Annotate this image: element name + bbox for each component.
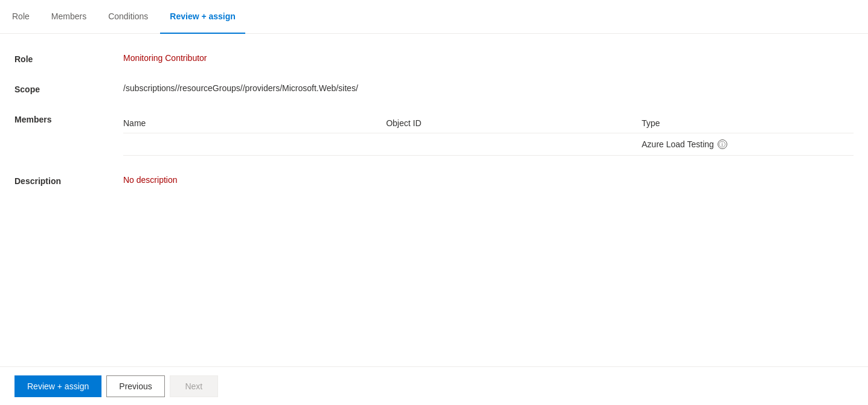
members-section: Members Name Object ID Type xyxy=(14,113,854,156)
previous-button[interactable]: Previous xyxy=(106,375,164,397)
description-label: Description xyxy=(14,175,123,186)
table-row: Azure Load Testing ⓘ xyxy=(123,133,854,156)
scope-part-2: /resourceGroups/ xyxy=(177,83,242,93)
tab-navigation: Role Members Conditions Review + assign xyxy=(0,0,868,34)
member-type: Azure Load Testing ⓘ xyxy=(634,133,854,156)
members-label: Members xyxy=(14,113,123,124)
role-label: Role xyxy=(14,53,123,64)
role-value: Monitoring Contributor xyxy=(123,53,207,63)
review-assign-button-label: Review + assign xyxy=(27,381,89,391)
col-header-type: Type xyxy=(634,113,854,133)
scope-paths: /subscriptions/ /resourceGroups/ /provid… xyxy=(123,83,854,93)
type-cell: Azure Load Testing ⓘ xyxy=(641,139,846,149)
tab-role[interactable]: Role xyxy=(12,0,39,34)
member-type-value: Azure Load Testing xyxy=(641,139,714,149)
footer: Review + assign Previous Next xyxy=(0,366,868,405)
next-button-label: Next xyxy=(185,381,202,391)
member-name xyxy=(123,133,379,156)
scope-section: Scope /subscriptions/ /resourceGroups/ /… xyxy=(14,83,854,94)
col-header-name: Name xyxy=(123,113,379,133)
tab-members-label: Members xyxy=(51,11,86,21)
col-header-objectid: Object ID xyxy=(379,113,634,133)
review-assign-button[interactable]: Review + assign xyxy=(14,375,101,397)
role-content: Monitoring Contributor xyxy=(123,53,854,63)
scope-part-1: /subscriptions/ xyxy=(123,83,177,93)
members-table: Name Object ID Type Azure Load Testing ⓘ xyxy=(123,113,854,156)
description-section: Description No description xyxy=(14,175,854,186)
previous-button-label: Previous xyxy=(119,381,152,391)
tab-members[interactable]: Members xyxy=(42,0,96,34)
tab-review-assign-label: Review + assign xyxy=(170,11,236,21)
member-objectid xyxy=(379,133,634,156)
info-icon[interactable]: ⓘ xyxy=(718,139,727,149)
description-value: No description xyxy=(123,175,178,185)
members-table-header: Name Object ID Type xyxy=(123,113,854,133)
description-content: No description xyxy=(123,175,854,185)
scope-label: Scope xyxy=(14,83,123,94)
main-content: Role Monitoring Contributor Scope /subsc… xyxy=(0,34,868,366)
tab-conditions[interactable]: Conditions xyxy=(98,0,158,34)
tab-conditions-label: Conditions xyxy=(108,11,148,21)
tab-role-label: Role xyxy=(12,11,30,21)
next-button: Next xyxy=(170,375,218,397)
tab-review-assign[interactable]: Review + assign xyxy=(160,0,245,34)
scope-content: /subscriptions/ /resourceGroups/ /provid… xyxy=(123,83,854,93)
role-section: Role Monitoring Contributor xyxy=(14,53,854,64)
members-table-body: Azure Load Testing ⓘ xyxy=(123,133,854,156)
members-content: Name Object ID Type Azure Load Testing ⓘ xyxy=(123,113,854,156)
scope-part-3: /providers/Microsoft.Web/sites/ xyxy=(243,83,358,93)
